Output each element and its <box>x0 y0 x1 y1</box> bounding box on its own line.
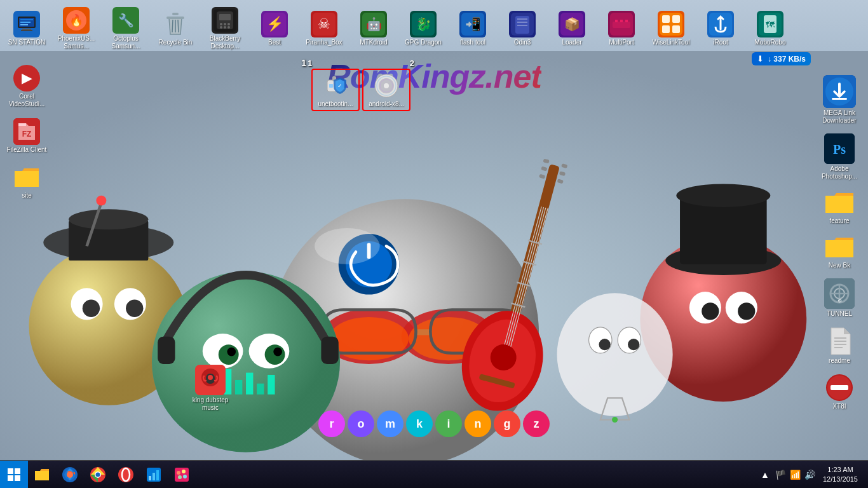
svg-rect-33 <box>268 375 275 395</box>
svg-rect-30 <box>235 380 242 395</box>
svg-point-41 <box>676 184 770 207</box>
svg-point-177 <box>183 475 187 478</box>
desktop-icon-tunnel[interactable]: ⚙ TUNNEL <box>811 276 867 320</box>
taskbar-task-manager[interactable] <box>140 461 168 489</box>
android-number: 2 <box>410 58 414 68</box>
best-label: Best <box>268 39 281 46</box>
svg-line-82 <box>172 20 173 32</box>
desktop-icon-new-bk[interactable]: New Bk <box>811 231 867 272</box>
svg-rect-20 <box>158 337 175 364</box>
svg-point-19 <box>152 271 340 452</box>
floating-icon-unetbootin[interactable]: 1 ✓ unetbootin... <box>311 69 360 111</box>
tray-volume-icon[interactable]: 🔊 <box>804 470 815 480</box>
desktop-icon-iroot[interactable]: iRoot <box>696 8 745 49</box>
readme-label: readme <box>829 357 850 365</box>
svg-rect-87 <box>219 14 231 20</box>
desktop-icon-best[interactable]: ⚡ Best <box>250 8 299 49</box>
svg-rect-173 <box>156 470 159 480</box>
desktop-icon-odin3[interactable]: Odin3 <box>498 8 546 49</box>
taskbar-paint[interactable] <box>168 461 196 489</box>
svg-text:Ps: Ps <box>833 142 846 156</box>
desktop-icon-moborobo[interactable]: 🗺 MoboRobo <box>746 8 794 49</box>
desktop-icon-feature[interactable]: feature <box>811 187 867 227</box>
mtkdroid-label: MTKdroid <box>360 39 387 46</box>
svg-text:🐉: 🐉 <box>416 17 431 32</box>
letter-r: r <box>318 410 345 437</box>
desktop-icon-flash-tool[interactable]: 📲 flash tool <box>449 8 497 49</box>
taskbar-opera[interactable] <box>112 461 140 489</box>
tray-expand-button[interactable]: ▲ <box>759 470 771 480</box>
desktop-icon-wiselinktool[interactable]: WiseLinkTool <box>647 8 695 49</box>
desktop-icon-sn-station[interactable]: SN STATION <box>3 8 51 49</box>
svg-rect-75 <box>21 30 32 31</box>
svg-text:📦: 📦 <box>564 17 580 32</box>
svg-rect-119 <box>662 25 670 33</box>
svg-text:🗺: 🗺 <box>766 20 775 30</box>
left-icon-column: ▶ Corel VideoStudi... FZ FileZilla Clien… <box>0 57 51 460</box>
desktop-icon-photoshop[interactable]: Ps Adobe Photoshop... <box>811 131 867 183</box>
svg-point-4 <box>69 209 148 229</box>
desktop-icon-recycle-bin[interactable]: Recycle Bin <box>151 8 200 49</box>
desktop-icon-blackberry[interactable]: BlackBerry Desktop... <box>201 4 249 53</box>
svg-rect-81 <box>172 13 179 15</box>
floating-icon-android[interactable]: 2 android-x8... <box>362 69 410 111</box>
desktop-icon-corel[interactable]: ▶ Corel VideoStudi... <box>3 62 51 111</box>
mega-label: MEGA Link Downloader <box>817 109 862 125</box>
svg-rect-160 <box>15 468 20 474</box>
xt8i-label: XT8I <box>832 403 846 410</box>
svg-point-91 <box>220 26 222 29</box>
svg-text:☠: ☠ <box>318 16 330 32</box>
desktop-icon-octoplus[interactable]: 🔧 Octoplus Samsun... <box>102 4 150 53</box>
svg-point-89 <box>224 23 226 25</box>
svg-rect-80 <box>166 17 184 19</box>
octoplus-label: Octoplus Samsun... <box>103 35 149 50</box>
svg-point-8 <box>126 300 143 317</box>
icon-number-1: 1 <box>301 57 306 68</box>
desktop-icon-multiport[interactable]: MultiPort <box>597 8 646 49</box>
taskbar-firefox[interactable] <box>56 461 84 489</box>
svg-rect-161 <box>8 475 13 481</box>
desktop-icon-gpg-dragon[interactable]: 🐉 GPG Dragon <box>399 8 447 49</box>
svg-point-90 <box>227 23 230 25</box>
mega-speed-banner[interactable]: ⬇ ↓ 337 KB/s <box>752 52 811 65</box>
letter-n: n <box>465 410 491 437</box>
svg-text:▶: ▶ <box>22 70 32 86</box>
android-label: android-x8... <box>369 100 404 107</box>
svg-rect-115 <box>625 20 628 22</box>
svg-text:⚡: ⚡ <box>266 15 284 32</box>
gpg-dragon-label: GPG Dragon <box>405 39 442 46</box>
feature-label: feature <box>829 217 849 225</box>
top-icon-row: SN STATION 🔥 PhoenixUS... Samus... 🔧 Oct… <box>0 0 868 57</box>
svg-rect-21 <box>321 337 338 364</box>
desktop-icon-mega[interactable]: MEGA Link Downloader <box>811 72 867 127</box>
svg-point-7 <box>83 300 100 317</box>
start-button[interactable] <box>0 461 28 489</box>
svg-text:⚙: ⚙ <box>837 298 842 304</box>
svg-rect-74 <box>22 29 31 30</box>
desktop-icon-site[interactable]: site <box>3 161 51 202</box>
flash-tool-label: flash tool <box>460 39 485 46</box>
svg-rect-120 <box>672 25 680 33</box>
letter-o: o <box>348 410 374 437</box>
svg-point-27 <box>273 348 282 356</box>
phoenix-label: PhoenixUS... Samus... <box>53 35 99 50</box>
desktop-icon-readme[interactable]: readme <box>811 324 867 367</box>
svg-point-93 <box>227 26 230 29</box>
desktop-icon-mtkdroid[interactable]: 🤖 MTKdroid <box>349 8 398 49</box>
desktop-icon-loader[interactable]: 📦 Loader <box>548 8 596 49</box>
desktop-icon-piranha[interactable]: ☠ Piranha_Box <box>300 8 348 49</box>
desktop-icon-phoenix[interactable]: 🔥 PhoenixUS... Samus... <box>52 4 100 53</box>
svg-rect-73 <box>20 24 28 25</box>
taskbar-chrome[interactable] <box>84 461 112 489</box>
tray-flag-icon[interactable]: 🏴 <box>775 470 786 480</box>
desktop-icon-king-dubstep[interactable]: king dubstep music <box>187 365 233 412</box>
desktop-icon-filezilla[interactable]: FZ FileZilla Client <box>3 116 51 156</box>
svg-rect-112 <box>613 22 630 28</box>
site-label: site <box>22 192 32 200</box>
taskbar-file-explorer[interactable] <box>28 461 56 489</box>
tray-network-icon[interactable]: 📶 <box>790 470 801 480</box>
desktop-icon-xt8i[interactable]: XT8I <box>811 371 867 413</box>
svg-point-68 <box>96 196 106 206</box>
system-tray: ▲ 🏴 📶 🔊 <box>759 470 815 480</box>
system-clock[interactable]: 1:23 AM 12/13/2015 <box>818 465 863 484</box>
